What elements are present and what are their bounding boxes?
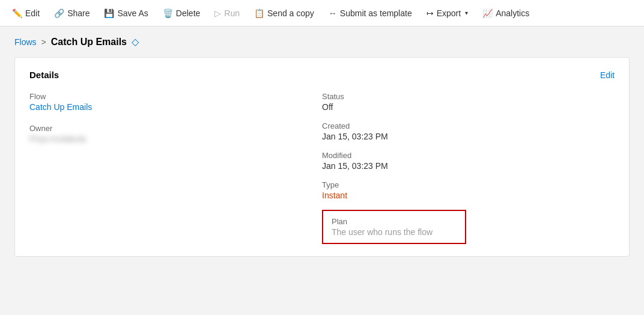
- details-card: Details Edit Flow Catch Up Emails Owner …: [14, 57, 630, 257]
- send-copy-button[interactable]: 📋 Send a copy: [247, 0, 321, 26]
- owner-value: Priya Kodakula: [29, 134, 322, 144]
- status-label: Status: [322, 92, 615, 101]
- breadcrumb-flows-link[interactable]: Flows: [14, 37, 37, 47]
- status-value: Off: [322, 102, 615, 112]
- type-value: Instant: [322, 191, 615, 200]
- breadcrumb-separator: >: [41, 37, 46, 47]
- analytics-icon: 📈: [482, 8, 493, 18]
- breadcrumb: Flows > Catch Up Emails ◇: [0, 26, 644, 52]
- details-title: Details: [29, 70, 59, 80]
- details-header: Details Edit: [29, 70, 615, 80]
- submit-template-button[interactable]: ↔ Submit as template: [321, 0, 419, 26]
- send-copy-label: Send a copy: [267, 8, 314, 18]
- delete-icon: 🗑️: [163, 8, 173, 18]
- plan-value: The user who runs the flow: [332, 227, 457, 237]
- details-grid: Flow Catch Up Emails Owner Priya Kodakul…: [29, 92, 615, 244]
- plan-field: Plan The user who runs the flow: [322, 210, 615, 244]
- plan-label: Plan: [332, 217, 457, 226]
- created-value: Jan 15, 03:23 PM: [322, 132, 615, 141]
- edit-icon: ✏️: [12, 8, 22, 18]
- save-as-button[interactable]: 💾 Save As: [97, 0, 155, 26]
- run-icon: ▷: [214, 8, 221, 18]
- edit-label: Edit: [25, 8, 40, 18]
- modified-field: Modified Jan 15, 03:23 PM: [322, 151, 615, 171]
- created-field: Created Jan 15, 03:23 PM: [322, 121, 615, 141]
- send-copy-icon: 📋: [254, 8, 264, 18]
- created-label: Created: [322, 121, 615, 130]
- plan-box: Plan The user who runs the flow: [322, 210, 466, 244]
- delete-button[interactable]: 🗑️ Delete: [156, 0, 207, 26]
- analytics-button[interactable]: 📈 Analytics: [475, 0, 536, 26]
- details-left-column: Flow Catch Up Emails Owner Priya Kodakul…: [29, 92, 322, 244]
- save-icon: 💾: [104, 8, 114, 18]
- type-label: Type: [322, 180, 615, 189]
- export-icon: ↦: [427, 8, 434, 18]
- share-icon: 🔗: [54, 8, 64, 18]
- export-button[interactable]: ↦ Export ▾: [419, 0, 475, 26]
- share-button[interactable]: 🔗 Share: [47, 0, 97, 26]
- status-field: Status Off: [322, 92, 615, 112]
- toolbar: ✏️ Edit 🔗 Share 💾 Save As 🗑️ Delete ▷ Ru…: [0, 0, 644, 26]
- breadcrumb-current-page: Catch Up Emails: [51, 37, 127, 47]
- owner-label: Owner: [29, 124, 322, 133]
- export-chevron-icon: ▾: [465, 10, 468, 16]
- flow-field: Flow Catch Up Emails: [29, 92, 322, 112]
- analytics-label: Analytics: [496, 8, 529, 18]
- diamond-icon: ◇: [132, 36, 139, 47]
- modified-label: Modified: [322, 151, 615, 160]
- type-field: Type Instant: [322, 180, 615, 200]
- run-button[interactable]: ▷ Run: [207, 0, 247, 26]
- submit-template-label: Submit as template: [340, 8, 412, 18]
- owner-field: Owner Priya Kodakula: [29, 124, 322, 144]
- flow-label: Flow: [29, 92, 322, 101]
- details-right-column: Status Off Created Jan 15, 03:23 PM Modi…: [322, 92, 615, 244]
- run-label: Run: [224, 8, 240, 18]
- modified-value: Jan 15, 03:23 PM: [322, 161, 615, 171]
- flow-value: Catch Up Emails: [29, 102, 322, 112]
- details-edit-link[interactable]: Edit: [600, 70, 615, 80]
- delete-label: Delete: [176, 8, 200, 18]
- submit-template-icon: ↔: [329, 8, 337, 18]
- share-label: Share: [67, 8, 90, 18]
- edit-button[interactable]: ✏️ Edit: [5, 0, 47, 26]
- save-as-label: Save As: [117, 8, 148, 18]
- export-label: Export: [437, 8, 461, 18]
